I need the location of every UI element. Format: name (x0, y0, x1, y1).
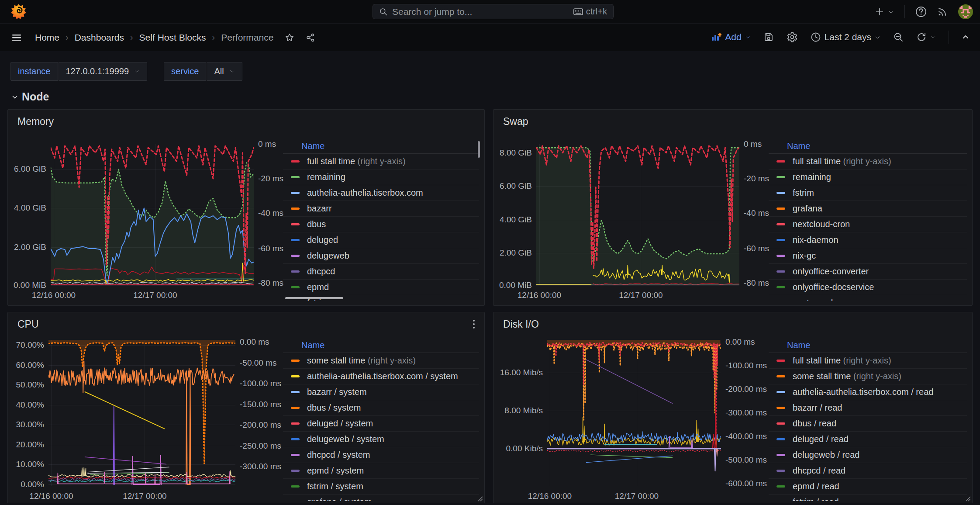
legend-item-remaining[interactable]: remaining (283, 169, 479, 185)
legend-name-column[interactable]: Name (301, 340, 324, 350)
grafana-logo[interactable] (10, 3, 27, 20)
panel-resize-handle[interactable] (966, 496, 971, 502)
legend-item-bazarr[interactable]: bazarr (283, 201, 479, 217)
news-button[interactable] (937, 7, 948, 17)
time-range-picker[interactable]: Last 2 days (811, 32, 880, 42)
collapse-toolbar-button[interactable] (962, 33, 970, 41)
chart-canvas[interactable] (536, 144, 739, 285)
panel-title[interactable]: CPU (17, 318, 39, 330)
chart-canvas[interactable] (51, 144, 254, 285)
series-color-marker (291, 223, 300, 225)
legend-item-onlyoffice-converter[interactable]: onlyoffice-converter (769, 264, 967, 280)
legend-item-dhcpcd-read[interactable]: dhcpcd / read (769, 463, 967, 479)
legend-item-dbus[interactable]: dbus (283, 217, 479, 232)
divider (904, 5, 905, 18)
legend-item-epmd[interactable]: epmd (283, 280, 479, 295)
legend-item-epmd-system[interactable]: epmd / system (283, 463, 479, 479)
legend-item-onlyoffice-docservice[interactable]: onlyoffice-docservice (769, 280, 967, 295)
legend-item-authelia-authelia-tiserbox-com[interactable]: authelia-authelia.tiserbox.com (283, 185, 479, 201)
variable-service-label[interactable]: service (164, 62, 206, 81)
legend-name-column[interactable]: Name (787, 141, 810, 151)
panel-title[interactable]: Memory (17, 116, 54, 128)
legend-item-fstrim-read[interactable]: fstrim / read (769, 495, 967, 501)
legend-item-authelia-authelia-tiserbox-com-read[interactable]: authelia-authelia.tiserbox.com / read (769, 384, 967, 400)
variable-instance-label[interactable]: instance (10, 62, 58, 81)
legend-item-nextcloud-cron[interactable]: nextcloud-cron (769, 217, 967, 232)
legend-horizontal-scrollbar[interactable] (285, 297, 343, 299)
axis-tick-label: -100.00 ms (240, 379, 281, 388)
help-button[interactable] (915, 6, 927, 17)
avatar[interactable] (958, 4, 973, 19)
axis-tick-label: -300.00 ms (725, 408, 767, 418)
add-button[interactable]: Add (711, 32, 750, 42)
legend-item-grafana-system[interactable]: grafana / system (283, 495, 479, 501)
dashboard-settings-button[interactable] (787, 31, 798, 43)
legend-item-authelia-authelia-tiserbox-com-system[interactable]: authelia-authelia.tiserbox.com / system (283, 369, 479, 384)
legend-item-some-stall-time[interactable]: some stall time (right y-axis) (769, 369, 967, 384)
share-button[interactable] (306, 33, 315, 42)
legend-name-column[interactable]: Name (787, 340, 810, 350)
breadcrumb-folder[interactable]: Self Host Blocks (139, 32, 206, 43)
series-color-marker (776, 255, 785, 257)
legend-item-postgresql[interactable]: postgresql (769, 295, 967, 301)
panel-resize-handle[interactable] (478, 496, 483, 502)
row-node-toggle[interactable]: Node (11, 90, 49, 103)
panel-title[interactable]: Swap (503, 116, 528, 128)
legend-item-dbus-system[interactable]: dbus / system (283, 400, 479, 416)
save-dashboard-button[interactable] (763, 32, 774, 42)
clock-icon (811, 32, 821, 42)
refresh-button[interactable] (916, 32, 936, 42)
series-green-diagonal (591, 455, 673, 458)
panel-menu-icon[interactable] (470, 318, 477, 330)
legend-item-fstrim[interactable]: fstrim (769, 185, 967, 201)
chevron-down-icon (930, 35, 936, 40)
legend-item-dhcpcd[interactable]: dhcpcd (283, 264, 479, 280)
series-color-marker (776, 407, 785, 409)
legend-item-nix-gc[interactable]: nix-gc (769, 248, 967, 264)
legend-name-column[interactable]: Name (301, 141, 324, 151)
legend-item-deluged-read[interactable]: deluged / read (769, 432, 967, 447)
legend-item-delugeweb-system[interactable]: delugeweb / system (283, 432, 479, 447)
legend-item-remaining[interactable]: remaining (769, 169, 967, 185)
zoom-out-button[interactable] (893, 32, 904, 42)
favorite-button[interactable] (285, 33, 294, 42)
legend-item-deluged[interactable]: deluged (283, 232, 479, 248)
legend-item-label: delugeweb (307, 251, 349, 261)
chart-canvas[interactable] (547, 340, 721, 486)
legend-header: Name (283, 138, 479, 154)
search-input[interactable]: Search or jump to... ctrl+k (373, 4, 614, 19)
legend-item-deluged-system[interactable]: deluged / system (283, 416, 479, 432)
series-color-marker (291, 391, 300, 393)
legend-item-label: remaining (307, 172, 345, 182)
legend-item-fstrim-system[interactable]: fstrim / system (283, 479, 479, 495)
axis-tick-label: 30.00% (8, 420, 44, 429)
legend-item-full-stall-time[interactable]: full stall time (right y-axis) (769, 154, 967, 169)
legend-item-some-stall-time[interactable]: some stall time (right y-axis) (283, 353, 479, 369)
legend-item-full-stall-time[interactable]: full stall time (right y-axis) (769, 353, 967, 369)
legend-item-dbus-read[interactable]: dbus / read (769, 416, 967, 432)
legend-item-bazarr-read[interactable]: bazarr / read (769, 400, 967, 416)
legend-item-grafana[interactable]: grafana (769, 201, 967, 217)
breadcrumb-home[interactable]: Home (35, 32, 59, 43)
legend-item-delugeweb-read[interactable]: delugeweb / read (769, 447, 967, 463)
breadcrumb-dashboards[interactable]: Dashboards (75, 32, 124, 43)
legend-item-nix-daemon[interactable]: nix-daemon (769, 232, 967, 248)
variable-instance-value[interactable]: 127.0.0.1:19999 (59, 62, 148, 81)
axis-tick-label: -600.00 ms (725, 479, 767, 488)
chevron-down-icon (745, 35, 751, 40)
legend-item-epmd-read[interactable]: epmd / read (769, 479, 967, 495)
gridline (536, 285, 739, 286)
panel-title[interactable]: Disk I/O (503, 318, 539, 330)
legend-vertical-scrollbar[interactable] (478, 141, 480, 158)
legend-item-label: dhcpcd (307, 266, 335, 277)
legend-item-full-stall-time[interactable]: full stall time (right y-axis) (283, 154, 479, 169)
legend-item-delugeweb[interactable]: delugeweb (283, 248, 479, 264)
legend-item-bazarr-system[interactable]: bazarr / system (283, 384, 479, 400)
new-button[interactable] (875, 7, 894, 17)
legend-item-dhcpcd-system[interactable]: dhcpcd / system (283, 447, 479, 463)
series-color-marker (291, 407, 300, 409)
series-full stall time (547, 342, 720, 443)
mega-menu-button[interactable] (11, 32, 22, 43)
variable-service-value[interactable]: All (207, 62, 242, 81)
chart-canvas[interactable] (48, 340, 235, 486)
